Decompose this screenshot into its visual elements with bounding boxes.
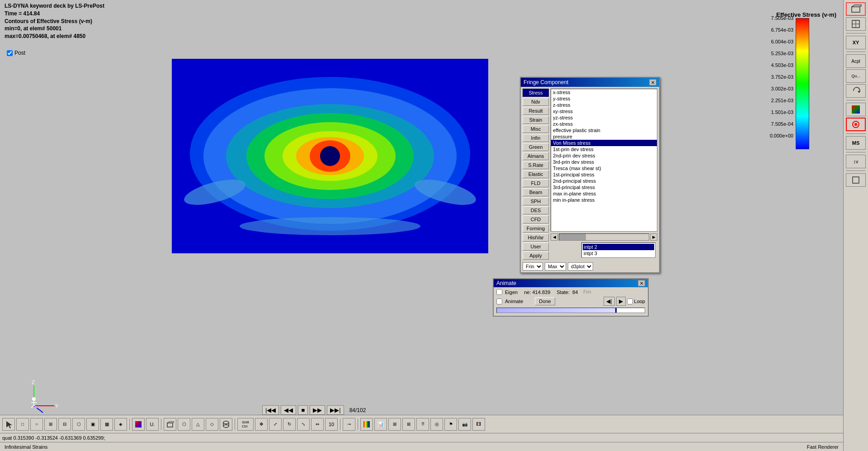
tb-num[interactable]: 10 bbox=[325, 418, 338, 431]
tb-hex[interactable]: ⬡ bbox=[72, 418, 85, 431]
skip-start-button[interactable]: |◀◀ bbox=[262, 405, 279, 415]
tb-move[interactable]: ⤢ bbox=[269, 418, 282, 431]
fringe-item-zxstress[interactable]: zx-stress bbox=[551, 121, 657, 127]
fringe-btn-stress[interactable]: Stress bbox=[523, 89, 549, 97]
tb-color-btn[interactable] bbox=[132, 418, 145, 431]
rt-btn-render[interactable] bbox=[846, 118, 866, 131]
fringe-item-tresca[interactable]: Tresca (max shear st) bbox=[551, 165, 657, 171]
fringe-item-3rdprindev[interactable]: 3rd-prin dev stress bbox=[551, 159, 657, 165]
tb-checkerboard[interactable]: ⊞ bbox=[388, 418, 401, 431]
fringe-btn-elastic[interactable]: Elastic bbox=[523, 170, 549, 178]
tb-transform[interactable]: ✥ bbox=[255, 418, 268, 431]
fringe-btn-strain[interactable]: Strain bbox=[523, 116, 549, 124]
rt-btn-accel[interactable]: Acpl bbox=[846, 54, 866, 68]
skip-end-button[interactable]: ▶▶| bbox=[327, 405, 344, 415]
tb-mesh2[interactable]: ⊟ bbox=[58, 418, 71, 431]
fringe-btn-beam[interactable]: Beam bbox=[523, 188, 549, 196]
fringe-item-xstress[interactable]: x-stress bbox=[551, 89, 657, 95]
tb-tool2[interactable]: ▦ bbox=[100, 418, 113, 431]
prev-frame-button[interactable]: ◀◀ bbox=[281, 405, 296, 415]
tb-3d-4[interactable]: ◇ bbox=[206, 418, 218, 431]
rt-btn-xy[interactable]: XY bbox=[846, 36, 866, 49]
rt-btn-wireframe[interactable] bbox=[846, 17, 866, 31]
fringe-item-3rdprin[interactable]: 3rd-principal stress bbox=[551, 184, 657, 190]
fringe-btn-forming[interactable]: Forming bbox=[523, 224, 549, 233]
fringe-item-1stprindev[interactable]: 1st-prin dev stress bbox=[551, 146, 657, 152]
scroll-left[interactable]: ◀ bbox=[551, 233, 558, 241]
rt-btn-3d[interactable] bbox=[846, 2, 866, 16]
tb-dots[interactable]: ⠿ bbox=[416, 418, 429, 431]
fringe-item-yzstress[interactable]: yz-stress bbox=[551, 114, 657, 121]
fringe-item-maxinplane[interactable]: max in-plane stress bbox=[551, 190, 657, 197]
tb-mirror[interactable]: ⇔ bbox=[311, 418, 324, 431]
intpt-item-2[interactable]: intpt 3 bbox=[583, 250, 654, 256]
tb-box[interactable]: □ bbox=[16, 418, 29, 431]
play-prev-button[interactable]: ◀| bbox=[604, 297, 614, 306]
fringe-item-vonmises[interactable]: Von Mises stress bbox=[551, 140, 657, 146]
post-checkbox[interactable] bbox=[7, 50, 13, 56]
tb-select[interactable] bbox=[2, 418, 15, 431]
rt-btn-qu[interactable]: Qu... bbox=[846, 69, 866, 83]
fringe-btn-des[interactable]: DES bbox=[523, 206, 549, 214]
tb-3d-3[interactable]: △ bbox=[192, 418, 204, 431]
fringe-btn-cfd[interactable]: CFD bbox=[523, 215, 549, 223]
fringe-close-button[interactable]: ✕ bbox=[649, 79, 656, 85]
fringe-item-2ndprindev[interactable]: 2nd-prin dev stress bbox=[551, 152, 657, 159]
fringe-btn-histvar[interactable]: HistVar bbox=[523, 233, 549, 242]
fringe-item-effplastic[interactable]: effective plastic strain bbox=[551, 127, 657, 133]
tb-3d-1[interactable] bbox=[164, 418, 176, 431]
tb-3d-2[interactable]: ⬡ bbox=[178, 418, 190, 431]
loop-checkbox[interactable] bbox=[627, 299, 633, 304]
tb-mesh[interactable]: ⊞ bbox=[44, 418, 57, 431]
fringe-item-xystress[interactable]: xy-stress bbox=[551, 108, 657, 114]
done-button[interactable]: Done bbox=[535, 297, 555, 305]
fringe-item-mininplane[interactable]: min in-plane stress bbox=[551, 197, 657, 203]
tb-rotate[interactable]: ↻ bbox=[283, 418, 296, 431]
fringe-btn-infin[interactable]: Infin bbox=[523, 134, 549, 142]
scroll-right[interactable]: ▶ bbox=[650, 233, 657, 241]
fringe-btn-fld[interactable]: FLD bbox=[523, 179, 549, 187]
fringe-item-pressure[interactable]: pressure bbox=[551, 133, 657, 140]
fringe-btn-user[interactable]: User bbox=[523, 242, 549, 251]
play-button[interactable]: ▶ bbox=[616, 297, 626, 306]
tb-tool3[interactable]: ◈ bbox=[114, 418, 127, 431]
rt-btn-ms[interactable]: MS bbox=[846, 136, 866, 150]
tb-flag[interactable]: ⚑ bbox=[444, 418, 457, 431]
rt-btn-color[interactable] bbox=[846, 103, 866, 116]
time-progress-slider[interactable] bbox=[496, 308, 645, 313]
animate-close-button[interactable]: ✕ bbox=[638, 280, 645, 286]
tb-grid[interactable]: ⊞ bbox=[402, 418, 415, 431]
rt-btn-misc1[interactable] bbox=[846, 173, 866, 187]
animate-checkbox[interactable] bbox=[496, 299, 502, 304]
intpt-item-1[interactable]: intpt 2 bbox=[583, 244, 654, 250]
d3plot-dropdown[interactable]: d3plot bbox=[568, 262, 593, 271]
tb-measure[interactable]: ⊸ bbox=[343, 418, 355, 431]
rt-btn-tool1[interactable] bbox=[846, 84, 866, 98]
tb-plot1[interactable]: 📊 bbox=[374, 418, 387, 431]
fringe-item-1stprin[interactable]: 1st-principal stress bbox=[551, 171, 657, 178]
stop-button[interactable]: ■ bbox=[298, 405, 308, 415]
frin-dropdown[interactable]: Frin bbox=[523, 262, 543, 271]
tb-3d-5[interactable] bbox=[220, 418, 232, 431]
tb-film[interactable]: 🎞 bbox=[472, 418, 485, 431]
next-frame-button[interactable]: ▶▶ bbox=[310, 405, 325, 415]
tb-u-btn[interactable]: U. bbox=[146, 418, 159, 431]
fringe-stress-list[interactable]: x-stress y-stress z-stress xy-stress yz-… bbox=[551, 89, 657, 232]
tb-fringe[interactable] bbox=[360, 418, 373, 431]
max-dropdown[interactable]: Max bbox=[545, 262, 566, 271]
tb-scale[interactable]: ⤡ bbox=[297, 418, 310, 431]
fringe-btn-srate[interactable]: S.Rate bbox=[523, 161, 549, 169]
fringe-btn-green[interactable]: Green bbox=[523, 143, 549, 151]
fringe-btn-almans[interactable]: Almans bbox=[523, 152, 549, 160]
eigen-checkbox[interactable] bbox=[496, 289, 502, 295]
horizontal-scrollbar[interactable] bbox=[559, 233, 649, 241]
fringe-item-2ndprin[interactable]: 2nd-principal stress bbox=[551, 178, 657, 184]
fringe-item-ystress[interactable]: y-stress bbox=[551, 95, 657, 102]
fringe-btn-result[interactable]: Result bbox=[523, 107, 549, 115]
fringe-item-zstress[interactable]: z-stress bbox=[551, 102, 657, 108]
rt-btn-v[interactable]: ↕v bbox=[846, 155, 866, 168]
tb-circle[interactable]: ◎ bbox=[430, 418, 443, 431]
fringe-btn-misc[interactable]: Misc bbox=[523, 125, 549, 133]
tb-camera[interactable]: 📷 bbox=[458, 418, 471, 431]
tb-sphere[interactable]: ○ bbox=[30, 418, 43, 431]
